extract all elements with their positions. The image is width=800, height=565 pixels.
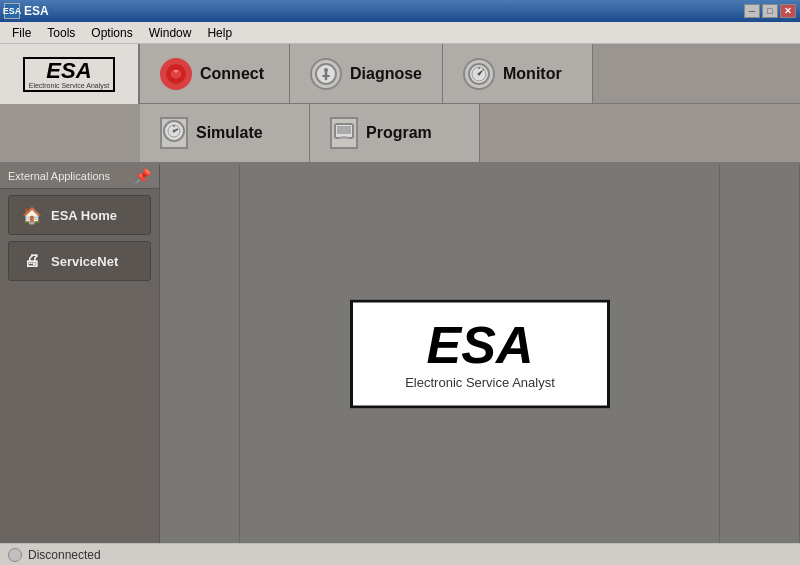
svg-rect-16 xyxy=(337,126,351,134)
monitor-button[interactable]: Monitor xyxy=(443,44,593,103)
center-logo: ESA Electronic Service Analyst xyxy=(350,299,610,408)
content-col-right xyxy=(720,164,800,543)
menu-file[interactable]: File xyxy=(4,24,39,42)
toolbar-row1: ESA Electronic Service Analyst Connect xyxy=(0,44,800,104)
connect-label: Connect xyxy=(200,65,264,83)
diagnose-icon xyxy=(310,58,342,90)
close-button[interactable]: ✕ xyxy=(780,4,796,18)
sidebar-header: External Applications 📌 xyxy=(0,164,159,189)
connect-button[interactable]: Connect xyxy=(140,44,290,103)
sidebar-title: External Applications xyxy=(8,170,110,182)
logo-esa-text: ESA xyxy=(29,60,110,82)
logo-sub-text: Electronic Service Analyst xyxy=(29,82,110,89)
program-label: Program xyxy=(366,124,432,142)
minimize-button[interactable]: ─ xyxy=(744,4,760,18)
svg-line-8 xyxy=(483,69,485,71)
menu-options[interactable]: Options xyxy=(83,24,140,42)
sidebar-item-esa-home[interactable]: 🏠 ESA Home xyxy=(8,195,151,235)
center-logo-text: ESA xyxy=(377,318,583,370)
content-col-left xyxy=(160,164,240,543)
svg-rect-18 xyxy=(339,138,349,139)
title-text: ESA xyxy=(24,4,49,18)
simulate-icon xyxy=(160,117,188,149)
menu-bar: File Tools Options Window Help xyxy=(0,22,800,44)
simulate-label: Simulate xyxy=(196,124,263,142)
sidebar-item-servicenet[interactable]: 🖨 ServiceNet xyxy=(8,241,151,281)
printer-icon: 🖨 xyxy=(21,250,43,272)
svg-rect-17 xyxy=(341,136,347,138)
status-text: Disconnected xyxy=(28,548,101,562)
monitor-icon xyxy=(463,58,495,90)
title-bar: ESA ESA ─ □ ✕ xyxy=(0,0,800,22)
program-button[interactable]: Program xyxy=(310,104,480,162)
connect-icon xyxy=(160,58,192,90)
home-icon: 🏠 xyxy=(21,204,43,226)
sidebar-servicenet-label: ServiceNet xyxy=(51,254,118,269)
menu-window[interactable]: Window xyxy=(141,24,200,42)
sidebar: External Applications 📌 🏠 ESA Home 🖨 Ser… xyxy=(0,164,160,543)
diagnose-button[interactable]: Diagnose xyxy=(290,44,443,103)
status-indicator xyxy=(8,548,22,562)
app-icon: ESA xyxy=(4,3,20,19)
main-content: External Applications 📌 🏠 ESA Home 🖨 Ser… xyxy=(0,164,800,543)
menu-help[interactable]: Help xyxy=(199,24,240,42)
restore-button[interactable]: □ xyxy=(762,4,778,18)
toolbar: ESA Electronic Service Analyst Connect xyxy=(0,44,800,164)
program-icon xyxy=(330,117,358,149)
toolbar-row2: Simulate Program xyxy=(0,104,800,162)
diagnose-label: Diagnose xyxy=(350,65,422,83)
title-buttons: ─ □ ✕ xyxy=(744,4,796,18)
svg-point-14 xyxy=(173,130,176,133)
center-logo-sub: Electronic Service Analyst xyxy=(377,374,583,389)
right-content: ESA Electronic Service Analyst xyxy=(160,164,800,543)
menu-tools[interactable]: Tools xyxy=(39,24,83,42)
monitor-label: Monitor xyxy=(503,65,562,83)
sidebar-esa-home-label: ESA Home xyxy=(51,208,117,223)
simulate-button[interactable]: Simulate xyxy=(140,104,310,162)
esa-logo: ESA Electronic Service Analyst xyxy=(0,44,140,104)
pin-icon[interactable]: 📌 xyxy=(134,168,151,184)
status-bar: Disconnected xyxy=(0,543,800,565)
title-bar-left: ESA ESA xyxy=(4,3,49,19)
